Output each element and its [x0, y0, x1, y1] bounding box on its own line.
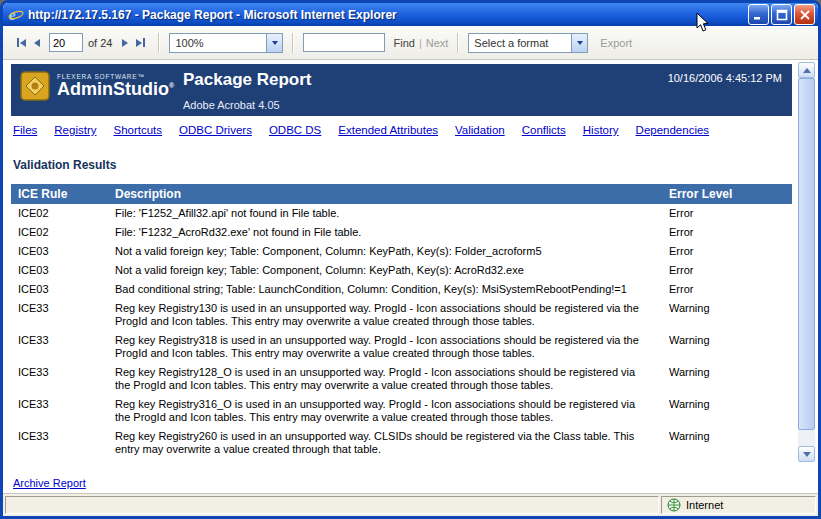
cell-description: Not a valid foreign key; Table: Componen… — [108, 261, 662, 280]
content-area: FLEXERA SOFTWARE™ AdminStudio® Package R… — [3, 60, 818, 493]
cell-description: Reg key Registry128_O is used in an unsu… — [108, 363, 662, 395]
last-page-button[interactable] — [132, 35, 149, 50]
ie-icon: e — [8, 7, 24, 23]
maximize-button[interactable] — [771, 4, 792, 25]
find-next-divider: | — [419, 37, 422, 49]
validation-table-row: ICE33 Reg key Registry260 is used in an … — [11, 427, 792, 459]
cell-description: File: 'F1232_AcroRd32.exe' not found in … — [108, 223, 662, 242]
zoom-select-arrow-icon — [266, 34, 282, 52]
cell-error-level: Error — [662, 242, 792, 261]
report-nav-link[interactable]: ODBC DS — [269, 124, 321, 136]
zoom-select-value: 100% — [170, 37, 266, 49]
cell-error-level: Error — [662, 261, 792, 280]
cell-ice-rule: ICE33 — [11, 395, 108, 427]
adminstudio-logo-icon — [19, 70, 51, 102]
next-page-icon — [122, 39, 128, 47]
close-button[interactable] — [794, 4, 815, 25]
validation-table-row: ICE33 Reg key Registry128_O is used in a… — [11, 363, 792, 395]
scroll-down-icon — [803, 452, 811, 457]
status-bar: Internet — [3, 493, 818, 516]
cell-description: Reg key Registry260 is used in an unsupp… — [108, 427, 662, 459]
cell-error-level: Warning — [662, 331, 792, 363]
cell-ice-rule: ICE33 — [11, 299, 108, 331]
validation-table-row: ICE02 File: 'F1232_AcroRd32.exe' not fou… — [11, 223, 792, 242]
page-total-label: of 24 — [88, 37, 112, 49]
report-nav-link[interactable]: History — [583, 124, 619, 136]
window-title: http://172.17.5.167 - Package Report - M… — [28, 8, 748, 22]
scroll-down-button[interactable] — [798, 446, 815, 462]
format-select[interactable]: Select a format — [468, 33, 588, 53]
status-message-panel — [5, 496, 659, 514]
vertical-scrollbar[interactable] — [798, 62, 815, 462]
cell-description: Reg key Registry318 is used in an unsupp… — [108, 331, 662, 363]
first-page-button[interactable] — [13, 35, 30, 50]
next-page-button[interactable] — [118, 36, 132, 50]
validation-table-row: ICE03 Bad conditional string; Table: Lau… — [11, 280, 792, 299]
cell-description: Reg key Registry130 is used in an unsupp… — [108, 299, 662, 331]
format-select-value: Select a format — [469, 37, 571, 49]
cell-ice-rule: ICE02 — [11, 223, 108, 242]
report-timestamp: 10/16/2006 4:45:12 PM — [668, 70, 782, 84]
cell-ice-rule: ICE33 — [11, 363, 108, 395]
toolbar-divider — [457, 33, 459, 53]
report-nav-link[interactable]: ODBC Drivers — [179, 124, 252, 136]
report-title: Package Report — [183, 70, 668, 90]
cell-ice-rule: ICE03 — [11, 261, 108, 280]
scrollbar-track[interactable] — [798, 78, 815, 446]
validation-table-body: ICE02 File: 'F1252_Afill32.api' not foun… — [11, 204, 792, 459]
header-error-level: Error Level — [662, 184, 792, 204]
report-nav-link[interactable]: Extended Attributes — [338, 124, 438, 136]
section-heading: Validation Results — [13, 158, 818, 172]
cell-ice-rule: ICE03 — [11, 242, 108, 261]
internet-globe-icon — [667, 498, 681, 512]
table-header-row: ICE Rule Description Error Level — [11, 184, 792, 204]
title-bar[interactable]: e http://172.17.5.167 - Package Report -… — [3, 3, 818, 26]
export-button[interactable]: Export — [600, 37, 632, 49]
security-zone-panel: Internet — [661, 496, 816, 514]
report-nav-link[interactable]: Dependencies — [636, 124, 710, 136]
scroll-up-button[interactable] — [798, 62, 815, 78]
archive-report-link[interactable]: Archive Report — [13, 477, 86, 489]
report-nav-link[interactable]: Validation — [455, 124, 505, 136]
header-ice-rule: ICE Rule — [11, 184, 108, 204]
cell-error-level: Warning — [662, 395, 792, 427]
cell-description: Reg key Registry316_O is used in an unsu… — [108, 395, 662, 427]
prev-page-button[interactable] — [30, 36, 44, 50]
cell-error-level: Warning — [662, 299, 792, 331]
toolbar-divider — [292, 33, 294, 53]
cell-description: File: 'F1252_Afill32.api' not found in F… — [108, 204, 662, 223]
cell-description: Bad conditional string; Table: LaunchCon… — [108, 280, 662, 299]
minimize-button[interactable] — [748, 4, 769, 25]
adminstudio-label: AdminStudio® — [57, 80, 174, 100]
registered-mark: ® — [169, 82, 174, 89]
report-subtitle: Adobe Acrobat 4.05 — [183, 99, 668, 111]
find-next-button[interactable]: Next — [426, 37, 449, 49]
page-number-input[interactable] — [49, 33, 83, 52]
window-controls — [748, 4, 815, 25]
cell-error-level: Error — [662, 280, 792, 299]
report-nav-link[interactable]: Files — [13, 124, 37, 136]
find-button[interactable]: Find — [393, 37, 414, 49]
validation-table: ICE Rule Description Error Level ICE02 F… — [11, 184, 792, 459]
report-nav-link[interactable]: Registry — [54, 124, 96, 136]
scrollbar-thumb[interactable] — [798, 78, 815, 430]
cell-error-level: Error — [662, 204, 792, 223]
validation-table-row: ICE03 Not a valid foreign key; Table: Co… — [11, 261, 792, 280]
format-select-arrow-icon — [571, 34, 587, 52]
validation-table-row: ICE02 File: 'F1252_Afill32.api' not foun… — [11, 204, 792, 223]
first-page-icon — [17, 38, 19, 47]
last-page-icon — [143, 38, 145, 47]
prev-page-icon — [34, 39, 40, 47]
browser-window: e http://172.17.5.167 - Package Report -… — [0, 0, 821, 519]
report-toolbar: of 24 100% Find | Next Select a format E… — [3, 26, 818, 60]
validation-table-row: ICE33 Reg key Registry318 is used in an … — [11, 331, 792, 363]
zoom-select[interactable]: 100% — [169, 33, 283, 53]
cell-error-level: Warning — [662, 427, 792, 459]
cell-error-level: Warning — [662, 363, 792, 395]
cell-ice-rule: ICE02 — [11, 204, 108, 223]
security-zone-label: Internet — [686, 499, 723, 511]
validation-table-row: ICE33 Reg key Registry130 is used in an … — [11, 299, 792, 331]
find-input[interactable] — [303, 33, 385, 52]
report-nav-link[interactable]: Shortcuts — [113, 124, 162, 136]
report-nav-link[interactable]: Conflicts — [522, 124, 566, 136]
